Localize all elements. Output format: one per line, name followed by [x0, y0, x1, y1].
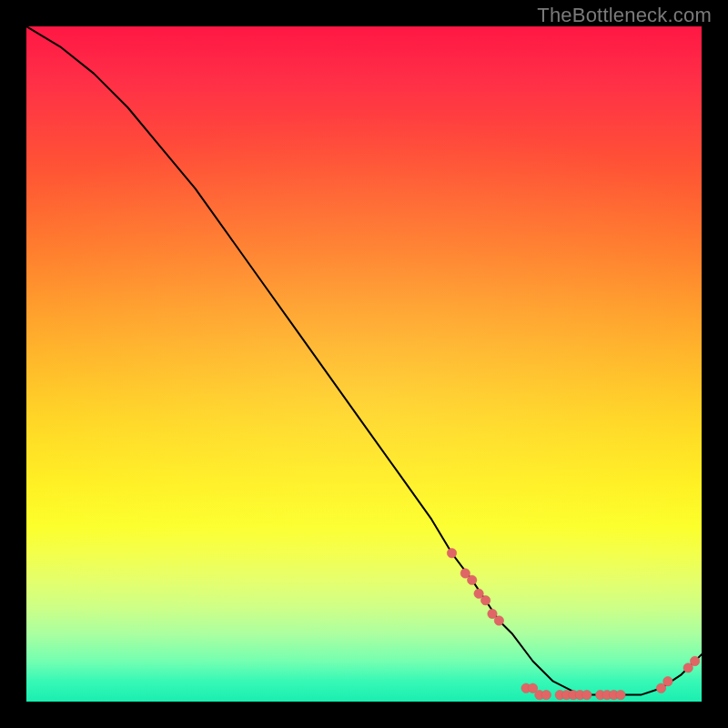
data-marker: [690, 656, 699, 665]
data-marker: [468, 575, 477, 584]
data-marker: [663, 677, 672, 686]
data-marker: [480, 596, 490, 605]
data-marker: [541, 690, 551, 699]
chart-overlay: [26, 26, 702, 702]
data-marker: [447, 549, 456, 558]
data-marker: [616, 690, 625, 699]
watermark-text: TheBottleneck.com: [537, 4, 712, 27]
data-marker: [494, 616, 503, 625]
data-marker: [582, 690, 592, 699]
marker-group: [447, 549, 700, 700]
curve-line: [26, 26, 702, 695]
chart-frame: TheBottleneck.com: [0, 0, 728, 728]
